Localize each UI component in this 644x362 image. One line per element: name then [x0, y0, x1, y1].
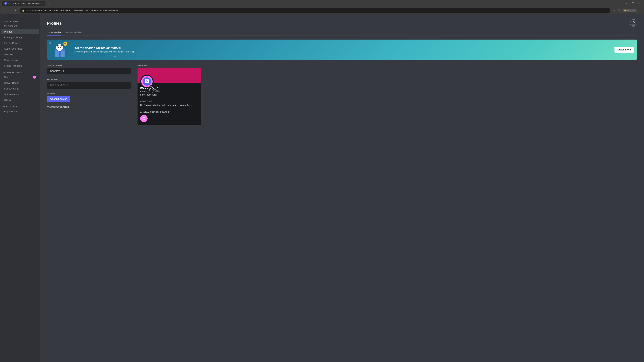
avatar-inner-circle — [143, 77, 151, 86]
svg-point-9 — [59, 47, 59, 47]
sidebar-item-label: Server Boost — [4, 81, 18, 84]
minimize-button[interactable]: ─ — [624, 1, 629, 5]
user-settings-section-label: USER SETTINGS — [0, 17, 40, 23]
back-button[interactable]: ← — [2, 8, 7, 13]
new-tab-button[interactable]: + — [47, 1, 52, 6]
sidebar-item-label: Gift Inventory — [4, 93, 19, 96]
menu-icon[interactable]: ⋮ — [638, 8, 642, 12]
refresh-button[interactable]: ↻ — [14, 8, 18, 13]
toolbar-actions: ☆ ⬛ 🕵 Incognito ⋮ — [612, 8, 642, 12]
browser-titlebar: D Discord | Profiles | User Settings ✕ +… — [0, 0, 644, 7]
pronouns-label: PRONOUNS — [47, 78, 131, 80]
sidebar-item-billing[interactable]: Billing — [1, 97, 39, 103]
discord-favicon: D — [4, 2, 7, 5]
avatar-decoration-field: AVATAR DECORATION — [47, 106, 131, 108]
sidebar-item-label: Nitro — [4, 76, 10, 79]
address-bar[interactable]: 🔒 discord.com/channels/11823468517819843… — [20, 8, 610, 13]
discord-logo-icon — [144, 79, 150, 84]
esc-button[interactable]: ✕ ESC — [630, 19, 637, 27]
esc-x-icon: ✕ — [632, 20, 635, 24]
avatar-label: AVATAR — [47, 92, 131, 94]
card-about-me-text: Hi, I'm a good artist and I hope you'd j… — [140, 104, 198, 107]
billing-settings-section-label: BILLING SETTINGS — [0, 69, 40, 74]
svg-point-13 — [66, 43, 66, 44]
pronouns-field: PRONOUNS — [47, 78, 131, 88]
sidebar-item-connections[interactable]: Connections — [1, 57, 39, 63]
sidebar-item-family-center[interactable]: Family Center — [1, 40, 39, 46]
sidebar-item-label: Profiles — [4, 30, 12, 33]
browser-toolbar: ← → ↻ 🔒 discord.com/channels/11823468517… — [0, 7, 644, 14]
snowflake-icon-3: ❄ — [585, 41, 587, 43]
tab-user-profile[interactable]: User Profile — [47, 30, 62, 35]
card-handle: moodjoy71_03619 — [140, 90, 198, 93]
avatar-field: AVATAR Change Avatar — [47, 92, 131, 102]
nitro-badge-icon — [33, 76, 36, 79]
restore-button[interactable]: ❐ — [631, 1, 636, 5]
sidebar-item-server-boost[interactable]: Server Boost — [1, 80, 39, 86]
tab-close-button[interactable]: ✕ — [41, 2, 43, 4]
url-text: discord.com/channels/1182346851781984336… — [26, 9, 118, 12]
display-name-field: DISPLAY NAME — [47, 64, 131, 74]
sidebar-item-nitro[interactable]: Nitro — [1, 74, 39, 80]
pronouns-input[interactable] — [47, 82, 131, 88]
sidebar-item-subscriptions[interactable]: Subscriptions — [1, 86, 39, 91]
sidebar-item-my-account[interactable]: My Account — [1, 23, 39, 29]
sidebar-icon[interactable]: ⬛ — [617, 8, 621, 12]
sidebar-item-gift-inventory[interactable]: Gift Inventory — [1, 91, 39, 97]
decoration-discord-icon — [142, 117, 146, 120]
avatar-status-indicator — [150, 85, 152, 88]
profile-card-avatar-area — [138, 76, 201, 85]
main-content: ✕ ESC Profiles User Profile Server Profi… — [40, 14, 644, 362]
promo-banner: ❄ ❄ ❄ — [47, 39, 637, 60]
page-title: Profiles — [47, 21, 637, 26]
tab-title: Discord | Profiles | User Settings — [8, 2, 40, 5]
form-column: DISPLAY NAME PRONOUNS AVATAR Change Avat… — [47, 64, 131, 125]
sidebar-item-privacy-safety[interactable]: Privacy & Safety — [1, 34, 39, 40]
card-customizing-title: CUSTOMIZING MY PROFILE — [140, 111, 198, 113]
change-avatar-button[interactable]: Change Avatar — [47, 96, 70, 102]
sidebar-item-label: Family Center — [4, 41, 20, 44]
app-settings-section-label: APP SETTINGS — [0, 103, 40, 108]
svg-point-11 — [64, 42, 68, 46]
profile-preview-card: moodjoy_71 moodjoy71_03619 Insert Text h… — [138, 68, 201, 125]
card-divider-1 — [140, 98, 198, 98]
profile-card-body: moodjoy_71 moodjoy71_03619 Insert Text h… — [138, 85, 201, 125]
display-name-input[interactable] — [47, 68, 131, 74]
sidebar-item-authorized-apps[interactable]: Authorized Apps — [1, 46, 39, 51]
sidebar-item-devices[interactable]: Devices — [1, 52, 39, 57]
sidebar-item-label: Privacy & Safety — [4, 36, 22, 39]
card-decoration-preview — [140, 115, 148, 122]
sidebar-item-appearance[interactable]: Appearance — [1, 108, 39, 114]
profile-tabs: User Profile Server Profiles — [47, 30, 637, 35]
close-button[interactable]: ✕ — [638, 1, 642, 5]
incognito-badge: 🕵 Incognito — [622, 9, 636, 12]
profile-card-avatar — [140, 75, 154, 88]
sidebar-item-label: Devices — [4, 53, 13, 56]
browser-tab[interactable]: D Discord | Profiles | User Settings ✕ — [2, 1, 46, 6]
sidebar-item-friend-requests[interactable]: Friend Requests — [1, 63, 39, 68]
preview-column: PREVIEW — [138, 64, 201, 125]
promo-subtitle: Deck your profile in seasonal styles wit… — [74, 50, 614, 53]
snowflake-icon-2: ❄ — [114, 55, 116, 58]
tab-server-profiles[interactable]: Server Profiles — [65, 30, 82, 35]
sidebar-item-label: Authorized Apps — [4, 47, 22, 50]
sidebar-item-label: My Account — [4, 24, 17, 27]
svg-point-6 — [57, 45, 62, 50]
preview-label: PREVIEW — [138, 64, 201, 66]
sidebar-item-label: Connections — [4, 59, 18, 61]
forward-button[interactable]: → — [8, 8, 13, 13]
display-name-label: DISPLAY NAME — [47, 64, 131, 66]
browser-chrome: D Discord | Profiles | User Settings ✕ +… — [0, 0, 644, 14]
promo-title: 'Tis the season for feelin' festive! — [74, 46, 614, 50]
sidebar-item-profiles[interactable]: Profiles — [1, 29, 39, 34]
promo-check-it-out-button[interactable]: Check it out — [614, 46, 634, 53]
card-divider-2 — [140, 109, 198, 109]
promo-art — [50, 41, 70, 58]
incognito-icon: 🕵 — [624, 9, 626, 12]
lock-icon: 🔒 — [22, 9, 24, 12]
sidebar-item-label: Friend Requests — [4, 64, 22, 67]
window-controls: ─ ❐ ✕ — [624, 1, 642, 5]
promo-text: 'Tis the season for feelin' festive! Dec… — [74, 46, 614, 53]
star-icon[interactable]: ☆ — [612, 8, 616, 12]
card-pronouns: Insert Text here! — [140, 93, 198, 96]
